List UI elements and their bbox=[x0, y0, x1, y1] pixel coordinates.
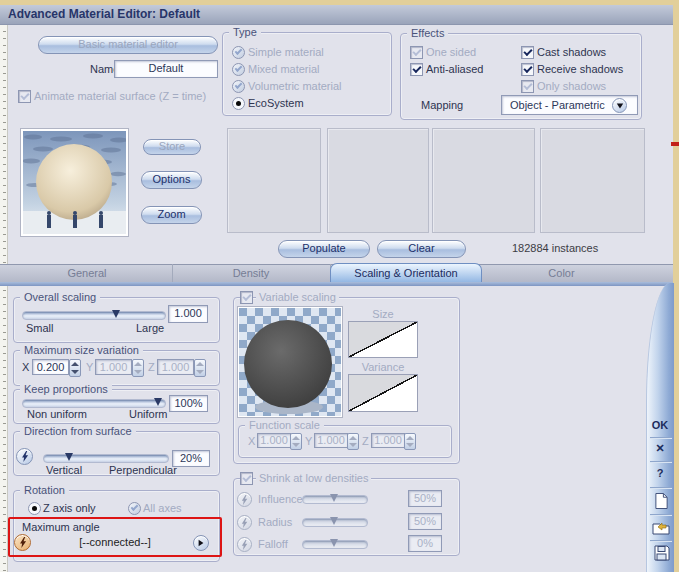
variable-scaling-checkbox bbox=[240, 291, 253, 304]
material-preview-image[interactable] bbox=[20, 128, 129, 237]
edge-red-mark bbox=[671, 142, 679, 146]
new-document-icon[interactable] bbox=[654, 492, 669, 512]
msv-y-label: Y bbox=[86, 361, 93, 373]
receive-shadows-checkbox[interactable] bbox=[521, 63, 534, 76]
tab-density[interactable]: Density bbox=[172, 264, 331, 282]
fs-x-spinner bbox=[290, 433, 302, 450]
receive-shadows-label: Receive shadows bbox=[537, 63, 623, 75]
help-button[interactable]: ? bbox=[648, 467, 672, 481]
fs-z-spinner bbox=[404, 433, 416, 450]
tab-color[interactable]: Color bbox=[480, 264, 643, 282]
variance-ramp[interactable] bbox=[348, 374, 418, 412]
cast-shadows-checkbox[interactable] bbox=[521, 46, 534, 59]
window-title: Advanced Material Editor: Default bbox=[8, 7, 200, 21]
max-size-variation-label: Maximum size variation bbox=[20, 344, 143, 356]
shrink-falloff-value: 0% bbox=[408, 535, 442, 552]
fs-z-value: 1.000 bbox=[371, 433, 405, 448]
shrink-influence-value: 50% bbox=[408, 490, 442, 507]
advanced-material-editor-window: Advanced Material Editor: Default Basic … bbox=[0, 0, 679, 572]
type-group-label: Type bbox=[229, 26, 261, 38]
direction-min-label: Vertical bbox=[46, 464, 82, 476]
cancel-button[interactable]: ✕ bbox=[648, 442, 672, 456]
shrink-influence-bolt-icon bbox=[237, 492, 252, 507]
name-input[interactable]: Default bbox=[114, 60, 218, 78]
overall-scaling-slider[interactable] bbox=[22, 310, 166, 319]
direction-function-bolt-icon[interactable] bbox=[16, 448, 33, 465]
anti-aliased-label: Anti-aliased bbox=[426, 63, 483, 75]
populate-button[interactable]: Populate bbox=[278, 240, 370, 258]
radio-all-axes[interactable] bbox=[128, 502, 141, 515]
radio-ecosystem-label: EcoSystem bbox=[248, 97, 304, 109]
fs-y-label: Y bbox=[305, 435, 312, 447]
cast-shadows-label: Cast shadows bbox=[537, 46, 606, 58]
shrink-radius-label: Radius bbox=[258, 516, 292, 528]
radio-ecosystem[interactable] bbox=[232, 97, 245, 110]
instance-count: 182884 instances bbox=[512, 242, 598, 254]
keep-proportions-min-label: Non uniform bbox=[27, 408, 87, 420]
shrink-falloff-label: Falloff bbox=[258, 538, 288, 550]
side-divider bbox=[650, 514, 672, 515]
fs-y-spinner bbox=[347, 433, 359, 450]
ecosystem-item-slot-4[interactable] bbox=[540, 128, 645, 233]
msv-x-spinner[interactable] bbox=[69, 359, 81, 377]
fs-x-value: 1.000 bbox=[257, 433, 291, 448]
overall-scaling-label: Overall scaling bbox=[20, 291, 100, 303]
variance-ramp-label: Variance bbox=[348, 361, 418, 373]
radio-z-axis-only-label: Z axis only bbox=[43, 502, 96, 514]
keep-proportions-value[interactable]: 100% bbox=[169, 395, 208, 412]
keep-proportions-max-label: Uniform bbox=[129, 408, 168, 420]
shrink-influence-label: Influence bbox=[258, 493, 303, 505]
ecosystem-preview-image bbox=[239, 308, 341, 416]
ecosystem-item-slot-3[interactable] bbox=[432, 128, 535, 233]
maximum-angle-flyout-arrow-icon[interactable] bbox=[193, 535, 209, 551]
effects-group-label: Effects bbox=[407, 27, 448, 39]
ecosystem-item-slot-1[interactable] bbox=[227, 128, 321, 233]
msv-x-label: X bbox=[22, 361, 29, 373]
background-ruler-strip bbox=[0, 24, 8, 572]
radio-mixed-material-label: Mixed material bbox=[248, 63, 320, 75]
anti-aliased-checkbox[interactable] bbox=[410, 63, 423, 76]
overall-scaling-value[interactable]: 1.000 bbox=[168, 305, 208, 323]
radio-simple-material bbox=[232, 46, 245, 59]
save-material-icon[interactable] bbox=[654, 545, 670, 563]
direction-slider[interactable] bbox=[43, 453, 169, 462]
variable-scaling-label: Variable scaling bbox=[256, 291, 339, 303]
overall-scaling-max-label: Large bbox=[136, 322, 164, 334]
options-button[interactable]: Options bbox=[141, 171, 202, 189]
zoom-button[interactable]: Zoom bbox=[141, 206, 202, 224]
direction-value[interactable]: 20% bbox=[172, 450, 210, 467]
keep-proportions-slider[interactable] bbox=[22, 398, 166, 407]
direction-max-label: Perpendicular bbox=[109, 464, 177, 476]
preview-sphere-image bbox=[23, 131, 126, 234]
size-ramp-label: Size bbox=[348, 308, 418, 320]
animate-material-label: Animate material surface (Z = time) bbox=[34, 90, 206, 102]
maximum-angle-label: Maximum angle bbox=[22, 521, 100, 533]
side-divider bbox=[650, 540, 672, 541]
shrink-influence-slider bbox=[302, 494, 368, 503]
one-sided-checkbox bbox=[410, 46, 423, 59]
mapping-label: Mapping bbox=[421, 99, 463, 111]
fs-x-label: X bbox=[248, 435, 255, 447]
radio-volumetric-material-label: Volumetric material bbox=[248, 80, 342, 92]
shrink-falloff-slider bbox=[302, 539, 368, 548]
only-shadows-checkbox bbox=[521, 80, 534, 93]
size-ramp[interactable] bbox=[348, 321, 418, 358]
clear-button[interactable]: Clear bbox=[377, 240, 466, 258]
overall-scaling-min-label: Small bbox=[26, 322, 54, 334]
fs-z-label: Z bbox=[362, 435, 369, 447]
tab-general[interactable]: General bbox=[2, 264, 173, 282]
ecosystem-item-slot-2[interactable] bbox=[327, 128, 429, 233]
mapping-dropdown-arrow-icon[interactable] bbox=[612, 98, 627, 113]
radio-z-axis-only[interactable] bbox=[28, 502, 41, 515]
ok-button[interactable]: OK bbox=[648, 419, 672, 433]
maximum-angle-function-bolt-icon[interactable] bbox=[14, 534, 31, 551]
msv-x-value[interactable]: 0.200 bbox=[32, 359, 69, 375]
variable-scaling-preview bbox=[237, 306, 343, 418]
tab-scaling-orientation[interactable]: Scaling & Orientation bbox=[330, 263, 482, 283]
side-divider bbox=[650, 437, 672, 438]
side-divider bbox=[650, 487, 672, 488]
load-material-icon[interactable] bbox=[652, 519, 670, 537]
tab-accent-strip bbox=[0, 282, 673, 286]
side-divider bbox=[650, 461, 672, 462]
title-bar[interactable]: Advanced Material Editor: Default bbox=[0, 5, 673, 25]
